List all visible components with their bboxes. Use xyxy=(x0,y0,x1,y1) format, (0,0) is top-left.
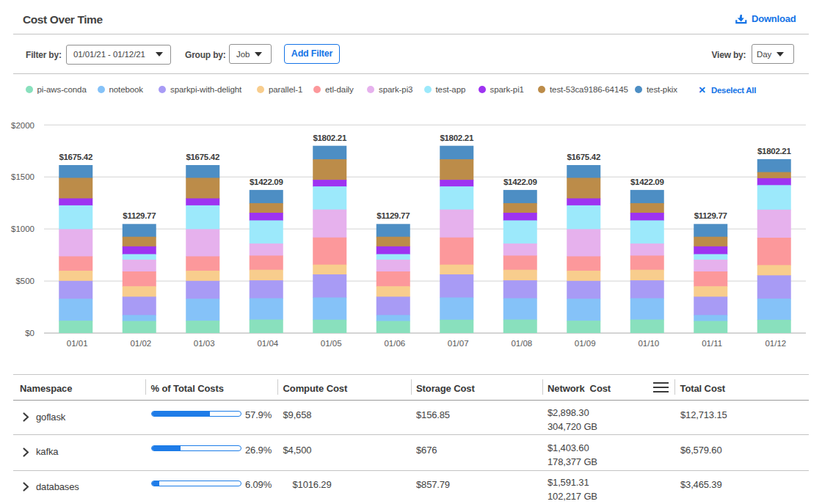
svg-text:$1802.21: $1802.21 xyxy=(313,134,346,142)
svg-text:$1129.77: $1129.77 xyxy=(123,211,156,220)
svg-text:$1675.42: $1675.42 xyxy=(186,153,219,161)
svg-text:$1000: $1000 xyxy=(11,224,34,233)
svg-text:01/12: 01/12 xyxy=(765,339,786,348)
svg-text:$1675.42: $1675.42 xyxy=(567,153,600,161)
svg-text:$0: $0 xyxy=(25,329,34,337)
svg-text:01/05: 01/05 xyxy=(321,339,342,348)
svg-text:01/03: 01/03 xyxy=(194,339,215,348)
svg-text:$1422.09: $1422.09 xyxy=(630,178,664,186)
svg-text:$1675.42: $1675.42 xyxy=(59,153,92,161)
svg-text:$500: $500 xyxy=(15,277,34,285)
svg-text:$1500: $1500 xyxy=(11,172,34,181)
svg-text:$1422.09: $1422.09 xyxy=(503,178,537,186)
svg-text:01/09: 01/09 xyxy=(575,339,596,348)
svg-text:$1129.77: $1129.77 xyxy=(694,211,727,220)
svg-text:$1129.77: $1129.77 xyxy=(377,211,410,220)
svg-text:01/01: 01/01 xyxy=(67,339,88,348)
svg-text:01/07: 01/07 xyxy=(448,339,469,348)
svg-text:01/10: 01/10 xyxy=(638,339,659,348)
svg-text:$1802.21: $1802.21 xyxy=(757,147,791,156)
svg-text:01/02: 01/02 xyxy=(130,339,151,348)
svg-text:01/04: 01/04 xyxy=(257,339,278,348)
svg-text:01/11: 01/11 xyxy=(702,339,722,348)
svg-text:$1802.21: $1802.21 xyxy=(440,134,473,142)
svg-text:$1422.09: $1422.09 xyxy=(250,178,283,186)
svg-text:01/06: 01/06 xyxy=(384,339,405,348)
svg-text:01/08: 01/08 xyxy=(511,339,532,348)
svg-text:$2000: $2000 xyxy=(11,121,34,130)
